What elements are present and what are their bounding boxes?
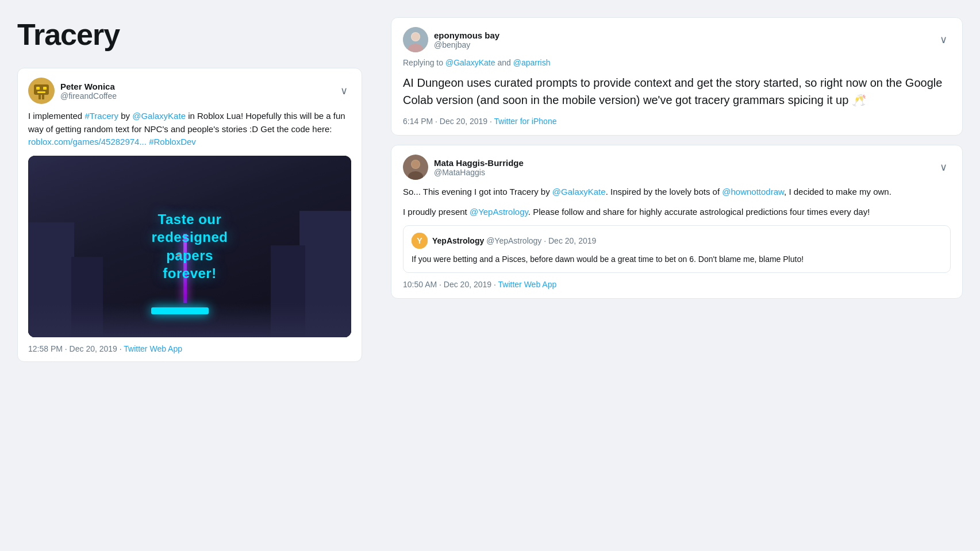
tweet-header-2: eponymous bay @benjbay ∨ [403, 27, 951, 52]
hashtag-tracery[interactable]: #Tracery [84, 111, 118, 121]
mention-hownottodraw[interactable]: @hownottodraw [722, 187, 784, 196]
tweet-header-left-3: Mata Haggis-Burridge @MataHaggis [403, 155, 524, 180]
game-text-overlay: Taste our redesigned papers forever! [151, 210, 228, 282]
svg-rect-3 [43, 87, 47, 90]
nested-tweet-header: Y YepAstrology @YepAstrology · Dec 20, 2… [412, 233, 942, 249]
replying-to: Replying to @GalaxyKate and @aparrish [403, 58, 951, 67]
tweet-timestamp-2: 6:14 PM · Dec 20, 2019 · Twitter for iPh… [403, 117, 951, 126]
svg-rect-1 [34, 84, 49, 95]
svg-point-10 [412, 33, 420, 41]
mention-aparrish[interactable]: @aparrish [513, 58, 551, 67]
display-name-1: Peter Wonica [60, 82, 117, 91]
svg-rect-4 [37, 91, 45, 93]
tweet-body-3: So... This evening I got into Tracery by… [403, 186, 951, 199]
user-info-3: Mata Haggis-Burridge @MataHaggis [434, 158, 524, 177]
nested-tweet: Y YepAstrology @YepAstrology · Dec 20, 2… [403, 225, 951, 273]
tweet-body-2: AI Dungeon uses curated prompts to provi… [403, 74, 951, 109]
chevron-btn-3[interactable]: ∨ [936, 160, 951, 175]
mention-galaxykate-3[interactable]: @GalaxyKate [552, 187, 606, 196]
user-info-2: eponymous bay @benjbay [434, 30, 499, 49]
display-name-2: eponymous bay [434, 30, 499, 40]
page-title: Tracery [17, 17, 362, 52]
nested-avatar: Y [412, 233, 428, 249]
tweet-timestamp-3: 10:50 AM · Dec 20, 2019 · Twitter Web Ap… [403, 280, 951, 289]
chevron-btn-2[interactable]: ∨ [936, 32, 951, 47]
handle-2: @benjbay [434, 40, 499, 49]
tweet-card-2: eponymous bay @benjbay ∨ Replying to @Ga… [391, 17, 963, 136]
tweet-header-left-2: eponymous bay @benjbay [403, 27, 499, 52]
hashtag-robloxdev[interactable]: #RobloxDev [147, 137, 196, 147]
game-scene: Taste our redesigned papers forever! GIF [28, 156, 351, 337]
right-panel: eponymous bay @benjbay ∨ Replying to @Ga… [379, 0, 980, 551]
mention-galaxykate-1[interactable]: @GalaxyKate [132, 111, 186, 121]
left-panel: Tracery Peter Wonica [0, 0, 379, 551]
svg-rect-6 [42, 95, 44, 99]
nested-user-info: YepAstrology @YepAstrology · Dec 20, 201… [432, 236, 596, 245]
tweet-body-1: I implemented #Tracery by @GalaxyKate in… [28, 110, 351, 149]
tweet-header-1: Peter Wonica @fireandCoffee ∨ [28, 78, 351, 104]
tweet-image-1: Taste our redesigned papers forever! GIF [28, 156, 351, 337]
tweet-card-1: Peter Wonica @fireandCoffee ∨ I implemen… [17, 68, 362, 362]
tweet-header-left-1: Peter Wonica @fireandCoffee [28, 78, 117, 104]
svg-point-14 [412, 160, 420, 168]
tweet-source-2[interactable]: Twitter for iPhone [494, 117, 557, 126]
mention-galaxykate-2[interactable]: @GalaxyKate [445, 58, 495, 67]
chevron-btn-1[interactable]: ∨ [337, 83, 351, 98]
svg-rect-2 [36, 87, 40, 90]
tweet-header-3: Mata Haggis-Burridge @MataHaggis ∨ [403, 155, 951, 180]
tweet-source-1[interactable]: Twitter Web App [124, 344, 182, 353]
display-name-3: Mata Haggis-Burridge [434, 158, 524, 168]
tweet-link-roblox[interactable]: roblox.com/games/45282974... [28, 137, 147, 147]
tweet-timestamp-1: 12:58 PM · Dec 20, 2019 · Twitter Web Ap… [28, 344, 351, 353]
avatar-1 [28, 78, 55, 104]
mention-yepastrology[interactable]: @YepAstrology [470, 207, 528, 217]
avatar-2 [403, 27, 428, 52]
handle-1: @fireandCoffee [60, 91, 117, 101]
handle-3: @MataHaggis [434, 168, 524, 177]
user-info-1: Peter Wonica @fireandCoffee [60, 82, 117, 101]
tweet-card-3: Mata Haggis-Burridge @MataHaggis ∨ So...… [391, 145, 963, 299]
tweet-source-3[interactable]: Twitter Web App [498, 280, 557, 289]
avatar-3 [403, 155, 428, 180]
svg-rect-5 [39, 95, 41, 99]
svg-text:Y: Y [417, 236, 422, 245]
nested-tweet-body: If you were betting and a Pisces, before… [412, 253, 942, 265]
tweet-body-3b: I proudly present @YepAstrology. Please … [403, 206, 951, 219]
